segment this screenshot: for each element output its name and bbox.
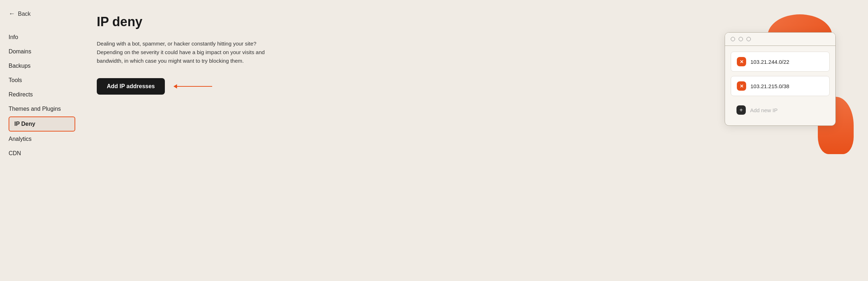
ip-row-2: ✕ 103.21.215.0/38 xyxy=(731,76,830,96)
sidebar-nav: InfoDomainsBackupsToolsRedirectsThemes a… xyxy=(9,30,75,160)
add-new-plus-icon: + xyxy=(739,107,743,113)
back-button[interactable]: ← Back xyxy=(9,10,31,18)
sidebar-item-redirects[interactable]: Redirects xyxy=(9,88,75,101)
sidebar-item-cdn[interactable]: CDN xyxy=(9,147,75,160)
browser-window: ✕ 103.21.244.0/22 ✕ 103.21.215.0/38 + Ad… xyxy=(725,32,836,126)
back-arrow-icon: ← xyxy=(9,10,15,18)
add-new-row: + Add new IP xyxy=(731,100,830,120)
sidebar-item-backups[interactable]: Backups xyxy=(9,59,75,73)
browser-titlebar xyxy=(725,33,835,46)
ip-value-1: 103.21.244.0/22 xyxy=(750,59,789,65)
sidebar-item-tools[interactable]: Tools xyxy=(9,73,75,87)
remove-icon-1: ✕ xyxy=(740,59,744,64)
main-content: IP deny Dealing with a bot, spammer, or … xyxy=(75,0,868,281)
remove-icon-2: ✕ xyxy=(740,84,744,89)
sidebar: ← Back InfoDomainsBackupsToolsRedirectsT… xyxy=(0,0,75,281)
traffic-light-2 xyxy=(739,37,743,41)
add-new-icon-btn[interactable]: + xyxy=(736,105,746,115)
traffic-light-1 xyxy=(731,37,735,41)
sidebar-item-themes-and-plugins[interactable]: Themes and Plugins xyxy=(9,102,75,116)
sidebar-item-info[interactable]: Info xyxy=(9,30,75,44)
arrow-line xyxy=(176,86,212,87)
arrow-indicator xyxy=(176,86,212,87)
ip-remove-btn-2[interactable]: ✕ xyxy=(737,81,746,91)
sidebar-item-domains[interactable]: Domains xyxy=(9,45,75,58)
ip-value-2: 103.21.215.0/38 xyxy=(750,83,789,89)
back-label: Back xyxy=(18,11,31,17)
ip-row-1: ✕ 103.21.244.0/22 xyxy=(731,52,830,72)
description-text: Dealing with a bot, spammer, or hacker c… xyxy=(97,39,283,65)
sidebar-item-ip-deny[interactable]: IP Deny xyxy=(9,116,75,132)
browser-body: ✕ 103.21.244.0/22 ✕ 103.21.215.0/38 + Ad… xyxy=(725,46,835,125)
sidebar-item-analytics[interactable]: Analytics xyxy=(9,132,75,146)
add-new-placeholder-text: Add new IP xyxy=(750,107,778,113)
ip-remove-btn-1[interactable]: ✕ xyxy=(737,57,746,66)
illustration: ✕ 103.21.244.0/22 ✕ 103.21.215.0/38 + Ad… xyxy=(717,11,854,161)
traffic-light-3 xyxy=(747,37,751,41)
add-ip-button[interactable]: Add IP addresses xyxy=(97,78,165,95)
